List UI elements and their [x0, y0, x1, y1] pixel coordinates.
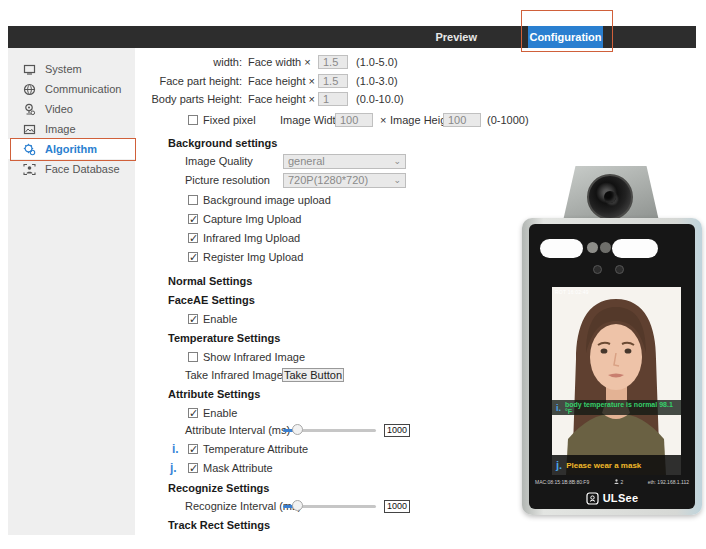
attribute-interval-value[interactable]: 1000 — [384, 424, 410, 437]
infrared-img-upload-row: Infrared Img Upload — [188, 230, 438, 246]
face-part-height-label: Face part height: — [150, 74, 242, 89]
camera-dot — [615, 265, 624, 274]
infrared-img-upload-label: Infrared Img Upload — [203, 231, 300, 246]
sidebar-item-image[interactable]: Image — [8, 119, 135, 139]
image-quality-label: Image Quality — [185, 154, 253, 169]
mask-attribute-checkbox[interactable] — [188, 463, 198, 473]
attribute-enable-row: Enable — [188, 405, 388, 421]
attribute-settings-heading: Attribute Settings — [168, 386, 368, 402]
picture-resolution-row: Picture resolution 720P(1280*720) ⌄ — [0, 172, 440, 188]
ulsee-logo-text: ULSee — [603, 492, 639, 504]
capture-img-upload-label: Capture Img Upload — [203, 212, 301, 227]
camera-lens-icon — [587, 174, 633, 220]
picture-resolution-select[interactable]: 720P(1280*720) ⌄ — [283, 173, 406, 188]
slider-knob[interactable] — [292, 500, 303, 511]
woman-portrait — [552, 287, 681, 475]
take-button[interactable]: Take Button — [282, 368, 344, 382]
recognize-interval-row: Recognize Interval (ms) 1000 — [0, 498, 440, 514]
register-img-upload-label: Register Img Upload — [203, 250, 303, 265]
annotation-marker-j: j. — [170, 461, 177, 476]
device-product-image: ROT 16:02:49 — [520, 163, 704, 515]
background-image-upload-checkbox[interactable] — [188, 195, 198, 205]
sidebar: System Communication Video Image — [8, 48, 135, 535]
configuration-page: Preview Configuration System Communicati… — [0, 0, 706, 549]
ulsee-logo-icon — [586, 492, 599, 505]
picture-resolution-value: 720P(1280*720) — [288, 174, 368, 186]
faceae-enable-checkbox[interactable] — [188, 314, 198, 324]
register-img-upload-checkbox[interactable] — [188, 252, 198, 262]
face-width-row: width: Face width × 1.5 (1.0-5.0) — [0, 54, 440, 70]
image-quality-select[interactable]: general ⌄ — [283, 154, 406, 169]
take-infrared-row: Take Infrared Image Take Button — [0, 367, 440, 383]
chevron-down-icon: ⌄ — [393, 174, 401, 187]
temperature-attribute-row: i. Temperature Attribute — [188, 441, 438, 457]
fixed-pixel-label: Fixed pixel — [203, 113, 256, 128]
ir-light-bar — [540, 239, 583, 258]
mac-address: MAC:08:15:1B:8B:80:F9 — [535, 479, 589, 485]
device-screen: ROT 16:02:49 — [529, 224, 695, 509]
mask-attribute-row: j. Mask Attribute — [188, 460, 438, 476]
chevron-down-icon: ⌄ — [393, 155, 401, 168]
show-infrared-checkbox[interactable] — [188, 352, 198, 362]
recognize-interval-value[interactable]: 1000 — [384, 500, 410, 513]
body-parts-height-input[interactable]: 1 — [318, 92, 348, 106]
attribute-enable-label: Enable — [203, 406, 237, 421]
face-width-range: (1.0-5.0) — [356, 55, 398, 70]
background-settings-heading: Background settings — [168, 135, 368, 151]
show-infrared-label: Show Infrared Image — [203, 350, 305, 365]
fixed-pixel-range: (0-1000) — [487, 113, 529, 128]
body-parts-height-label: Body parts Height: — [150, 92, 242, 107]
faceae-enable-row: Enable — [188, 311, 388, 327]
temperature-settings-heading: Temperature Settings — [168, 330, 368, 346]
recognize-settings-heading: Recognize Settings — [168, 480, 368, 496]
background-image-upload-label: Background image upload — [203, 193, 331, 208]
temperature-attribute-checkbox[interactable] — [188, 444, 198, 454]
device-status-bar: MAC:08:15:1B:8B:80:F9 2 eth: 192.168.1.1… — [529, 475, 695, 488]
capture-img-upload-checkbox[interactable] — [188, 214, 198, 224]
capture-img-upload-row: Capture Img Upload — [188, 211, 438, 227]
temperature-banner: i. body temperature is normal 98.1 °F — [552, 400, 681, 415]
device-camera-mount — [563, 166, 659, 221]
take-infrared-label: Take Infrared Image — [185, 368, 283, 383]
fixed-pixel-checkbox[interactable] — [188, 115, 198, 125]
face-width-input[interactable]: 1.5 — [318, 55, 348, 69]
attribute-enable-checkbox[interactable] — [188, 408, 198, 418]
image-quality-value: general — [288, 155, 325, 167]
face-width-label: width: — [150, 55, 242, 70]
temperature-attribute-label: Temperature Attribute — [203, 442, 308, 457]
device-logo-row: ULSee — [529, 488, 695, 508]
recognize-interval-slider[interactable] — [283, 499, 376, 513]
background-image-upload-row: Background image upload — [188, 192, 438, 208]
camera-dot — [593, 265, 602, 274]
register-img-upload-row: Register Img Upload — [188, 249, 438, 265]
faceae-enable-label: Enable — [203, 312, 237, 327]
face-width-factor: Face width × — [248, 55, 311, 70]
body-parts-height-range: (0.0-10.0) — [356, 92, 404, 107]
times-separator: × — [380, 113, 386, 128]
normal-settings-heading: Normal Settings — [168, 273, 368, 289]
image-width-input[interactable]: 100 — [335, 113, 373, 127]
fixed-pixel-row: Fixed pixel Image Width 100 × Image Heig… — [188, 112, 608, 128]
face-part-height-input[interactable]: 1.5 — [318, 74, 348, 88]
sidebar-item-label: Image — [45, 123, 76, 135]
show-infrared-row: Show Infrared Image — [188, 349, 388, 365]
attribute-interval-row: Attribute Interval (ms) 1000 — [0, 422, 440, 438]
infrared-img-upload-checkbox[interactable] — [188, 233, 198, 243]
banner-marker-i: i. — [556, 403, 561, 413]
body-parts-height-factor: Face height × — [248, 92, 315, 107]
track-rect-settings-heading: Track Rect Settings — [168, 517, 368, 533]
sensor-dot — [587, 242, 598, 253]
tab-preview[interactable]: Preview — [425, 26, 487, 48]
body-parts-height-row: Body parts Height: Face height × 1 (0.0-… — [0, 91, 440, 107]
attribute-interval-label: Attribute Interval (ms) — [185, 423, 290, 438]
image-height-input[interactable]: 100 — [443, 113, 481, 127]
banner-marker-j: j. — [556, 459, 562, 471]
photo-timestamp: ROT 16:02:49 — [555, 289, 589, 295]
ir-light-bar — [612, 239, 658, 258]
slider-knob[interactable] — [292, 424, 303, 435]
mask-attribute-label: Mask Attribute — [203, 461, 273, 476]
picture-resolution-label: Picture resolution — [185, 173, 270, 188]
mask-banner: j. Please wear a mask — [552, 455, 681, 475]
attribute-interval-slider[interactable] — [283, 423, 376, 437]
device-body: ROT 16:02:49 — [522, 218, 702, 515]
